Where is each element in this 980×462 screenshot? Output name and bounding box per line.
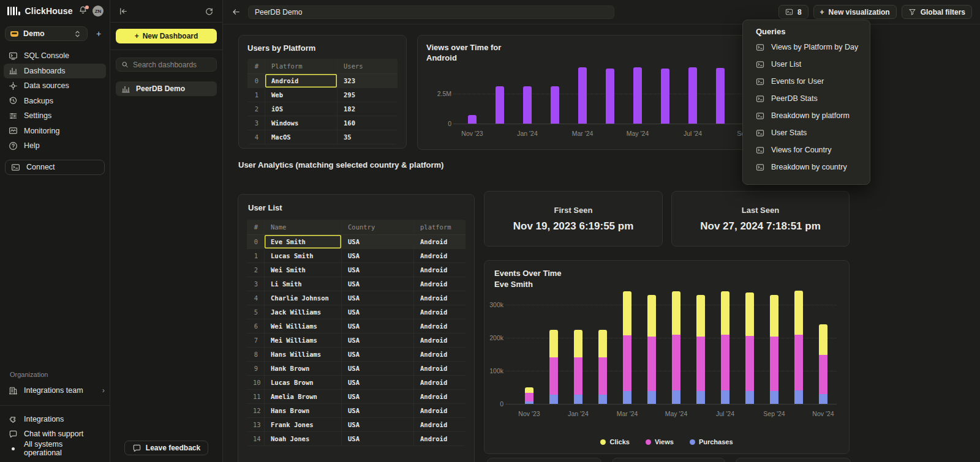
connect-button[interactable]: Connect bbox=[5, 160, 105, 175]
table-cell[interactable]: USA bbox=[341, 263, 413, 277]
table-cell[interactable]: Android bbox=[413, 404, 466, 418]
query-item-views-by-platform-by-day[interactable]: Views by Platform by Day bbox=[743, 39, 870, 56]
query-item-breakdown-by-country[interactable]: Breakdown by country bbox=[743, 158, 870, 176]
query-item-views-for-country[interactable]: Views for Country bbox=[743, 141, 870, 158]
query-item-user-stats[interactable]: User Stats bbox=[743, 124, 870, 141]
chart-bar[interactable] bbox=[549, 330, 558, 404]
table-cell[interactable]: Lucas Smith bbox=[264, 249, 341, 263]
table-cell[interactable]: USA bbox=[341, 348, 413, 362]
table-cell[interactable]: USA bbox=[341, 249, 413, 263]
table-cell[interactable]: Lucas Brown bbox=[264, 376, 341, 390]
sidebar-item-integrations-team[interactable]: Integrations team › bbox=[0, 383, 110, 398]
table-cell[interactable]: USA bbox=[341, 432, 413, 446]
table-cell[interactable]: Android bbox=[413, 291, 466, 305]
avatar[interactable]: ZN bbox=[92, 6, 104, 17]
sidebar-item-system-status[interactable]: All systems operational bbox=[0, 441, 110, 456]
sidebar-item-dashboards[interactable]: Dashboards bbox=[4, 64, 106, 79]
table-cell[interactable]: Li Smith bbox=[264, 277, 341, 291]
table-cell[interactable]: 323 bbox=[337, 74, 398, 88]
back-button[interactable] bbox=[232, 7, 241, 17]
table-cell[interactable]: Android bbox=[413, 418, 466, 432]
table-cell[interactable]: Eve Smith bbox=[264, 235, 341, 249]
table-cell[interactable]: Android bbox=[413, 333, 466, 348]
sidebar-item-chat-support[interactable]: Chat with support bbox=[0, 427, 110, 441]
queries-button[interactable]: 8 bbox=[778, 5, 809, 19]
add-workspace-button[interactable]: + bbox=[92, 29, 105, 39]
table-cell[interactable]: Wei Williams bbox=[264, 319, 341, 333]
table-cell[interactable]: Android bbox=[413, 305, 466, 319]
table-cell[interactable]: USA bbox=[341, 418, 413, 432]
table-cell[interactable]: USA bbox=[341, 291, 413, 305]
sidebar-item-settings[interactable]: Settings bbox=[4, 108, 106, 124]
table-cell[interactable]: USA bbox=[341, 404, 413, 418]
table-cell[interactable]: USA bbox=[341, 376, 413, 390]
table-cell[interactable]: Mei Williams bbox=[264, 333, 341, 348]
table-cell[interactable]: Windows bbox=[265, 116, 337, 130]
table-cell[interactable]: 35 bbox=[337, 130, 398, 144]
collapse-panel-icon[interactable] bbox=[119, 7, 128, 16]
table-cell[interactable]: Wei Smith bbox=[264, 263, 341, 277]
table-cell[interactable]: Hank Brown bbox=[264, 362, 341, 376]
chart-bar[interactable] bbox=[623, 291, 631, 404]
table-cell[interactable]: USA bbox=[341, 277, 413, 291]
chart-bar[interactable] bbox=[745, 292, 754, 404]
table-cell[interactable]: Jack Williams bbox=[264, 305, 341, 319]
table-cell[interactable]: 160 bbox=[337, 116, 398, 130]
table-cell[interactable]: Android bbox=[413, 362, 466, 376]
table-cell[interactable]: 295 bbox=[337, 88, 398, 102]
table-cell[interactable]: USA bbox=[341, 362, 413, 376]
chart-bar[interactable] bbox=[578, 67, 587, 124]
chart-bar[interactable] bbox=[770, 295, 778, 404]
leave-feedback-button[interactable]: Leave feedback bbox=[124, 441, 208, 455]
table-cell[interactable]: Frank Jones bbox=[264, 418, 341, 432]
chart-bar[interactable] bbox=[468, 115, 477, 124]
chart-bar[interactable] bbox=[574, 330, 582, 404]
table-cell[interactable]: USA bbox=[341, 305, 413, 319]
table-cell[interactable]: USA bbox=[341, 319, 413, 333]
table-cell[interactable]: Android bbox=[413, 432, 466, 446]
sidebar-item-sql-console[interactable]: SQL Console bbox=[4, 48, 106, 64]
chart-bar[interactable] bbox=[551, 86, 559, 124]
global-filters-button[interactable]: Global filters bbox=[902, 5, 972, 19]
chart-bar[interactable] bbox=[716, 68, 725, 124]
query-item-peerdb-stats[interactable]: PeerDB Stats bbox=[743, 90, 870, 107]
table-cell[interactable]: USA bbox=[341, 235, 413, 249]
dashboard-title-input[interactable] bbox=[248, 6, 614, 19]
new-visualization-button[interactable]: + New visualization bbox=[813, 5, 897, 19]
chart-bar[interactable] bbox=[525, 387, 533, 404]
table-cell[interactable]: Android bbox=[413, 235, 466, 249]
chart-bar[interactable] bbox=[633, 67, 642, 124]
legend-item[interactable]: Views bbox=[646, 438, 674, 445]
table-cell[interactable]: Android bbox=[413, 277, 466, 291]
chart-bar[interactable] bbox=[496, 86, 504, 124]
table-cell[interactable]: MacOS bbox=[265, 130, 337, 144]
table-cell[interactable]: USA bbox=[341, 390, 413, 404]
chart-bar[interactable] bbox=[696, 295, 705, 404]
legend-item[interactable]: Clicks bbox=[600, 438, 629, 445]
table-cell[interactable]: Noah Jones bbox=[264, 432, 341, 446]
sidebar-item-backups[interactable]: Backups bbox=[4, 94, 106, 109]
table-cell[interactable]: Android bbox=[413, 249, 466, 263]
chart-bar[interactable] bbox=[721, 291, 729, 404]
chart-bar[interactable] bbox=[661, 69, 669, 124]
dashboard-list-item-peerdb-demo[interactable]: PeerDB Demo bbox=[116, 81, 217, 96]
table-cell[interactable]: 182 bbox=[337, 102, 398, 116]
table-cell[interactable]: Hans Williams bbox=[264, 348, 341, 362]
table-cell[interactable]: Android bbox=[413, 348, 466, 362]
sidebar-item-integrations[interactable]: Integrations bbox=[0, 412, 110, 427]
table-cell[interactable]: Charlie Johnson bbox=[264, 291, 341, 305]
table-cell[interactable]: iOS bbox=[265, 102, 337, 116]
workspace-selector[interactable]: Demo bbox=[5, 26, 88, 41]
table-cell[interactable]: Android bbox=[413, 263, 466, 277]
refresh-icon[interactable] bbox=[205, 7, 214, 16]
chart-bar[interactable] bbox=[598, 330, 607, 404]
table-cell[interactable]: Android bbox=[265, 74, 337, 88]
table-cell[interactable]: Amelia Brown bbox=[264, 390, 341, 404]
table-cell[interactable]: Android bbox=[413, 319, 466, 333]
query-item-events-for-user[interactable]: Events for User bbox=[743, 73, 870, 90]
chart-bar[interactable] bbox=[819, 324, 827, 404]
dashboard-search[interactable] bbox=[116, 58, 217, 72]
chart-bar[interactable] bbox=[647, 295, 656, 404]
sidebar-item-monitoring[interactable]: Monitoring bbox=[4, 124, 106, 139]
table-cell[interactable]: Android bbox=[413, 390, 466, 404]
